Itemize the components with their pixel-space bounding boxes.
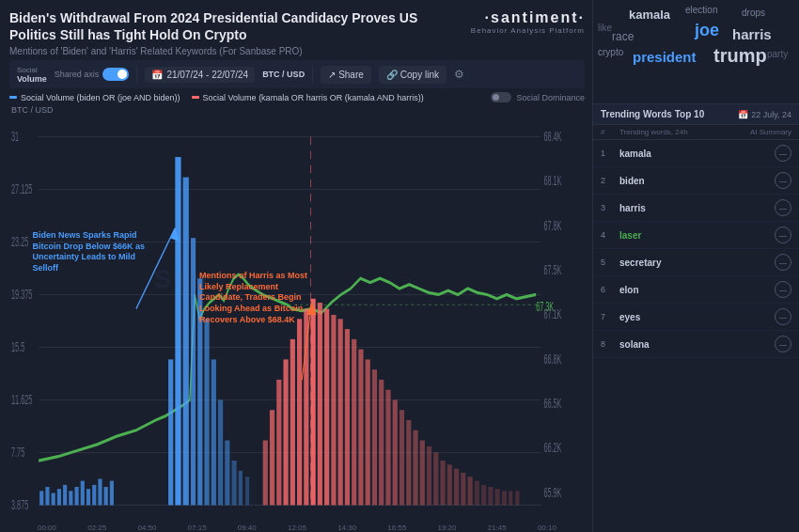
svg-text:66.8K: 66.8K: [543, 351, 561, 368]
trending-date: 📅 22 July, 24: [738, 110, 791, 119]
ai-icon-6[interactable]: —: [735, 281, 791, 298]
shared-axis-toggle[interactable]: Shared axis: [55, 68, 130, 81]
rank-6: 6: [601, 285, 619, 294]
x-label-4: 09:40: [238, 524, 257, 532]
social-dominance-label: Social Dominance: [516, 93, 585, 102]
ai-circle-8[interactable]: —: [775, 336, 791, 352]
svg-rect-54: [283, 360, 288, 506]
wc-race: race: [612, 30, 634, 43]
svg-rect-82: [475, 481, 479, 506]
ai-circle-2[interactable]: —: [775, 172, 791, 189]
x-label-5: 12:05: [288, 524, 306, 532]
calendar-icon: 📅: [151, 70, 163, 80]
list-item[interactable]: 8 solana —: [593, 331, 799, 358]
ai-circle-6[interactable]: —: [775, 281, 791, 298]
social-dominance-switch[interactable]: [491, 92, 511, 102]
svg-rect-47: [225, 441, 229, 506]
ai-icon-3[interactable]: —: [735, 199, 791, 216]
list-item[interactable]: 7 eyes —: [593, 304, 799, 331]
svg-rect-48: [232, 461, 237, 505]
legend-bar: Social Volume (biden OR (joe AND biden))…: [9, 92, 585, 102]
svg-rect-30: [63, 485, 67, 506]
ai-icon-8[interactable]: —: [735, 336, 791, 352]
ai-icon-1[interactable]: —: [735, 145, 791, 162]
chart-container: San 31 27.125 23.25 19.375 15.5 11.625 7…: [9, 117, 585, 522]
trending-title: Trending Words Top 10: [601, 109, 704, 119]
svg-rect-68: [379, 380, 384, 505]
ai-icon-5[interactable]: —: [735, 254, 791, 271]
svg-rect-46: [218, 400, 223, 506]
list-item[interactable]: 1 kamala —: [593, 140, 799, 167]
header-section: Biden's Withdrawal From 2024 Presidentia…: [9, 9, 585, 56]
share-button[interactable]: ↗ Share: [321, 66, 371, 84]
ai-circle-5[interactable]: —: [775, 254, 791, 271]
settings-icon[interactable]: ⚙: [454, 68, 464, 81]
list-item[interactable]: 3 harris —: [593, 195, 799, 222]
copy-link-button[interactable]: 🔗 Copy link: [379, 66, 446, 84]
main-title: Biden's Withdrawal From 2024 Presidentia…: [9, 9, 462, 43]
ai-circle-7[interactable]: —: [775, 308, 791, 325]
legend-dot-biden: [9, 96, 17, 99]
word-biden: biden: [619, 176, 735, 186]
list-item[interactable]: 6 elon —: [593, 276, 799, 304]
svg-rect-35: [92, 485, 96, 506]
svg-rect-29: [57, 490, 61, 506]
ai-circle-3[interactable]: —: [775, 199, 791, 216]
svg-rect-38: [110, 481, 114, 506]
svg-rect-76: [433, 453, 438, 506]
share-icon: ↗: [328, 70, 336, 80]
svg-rect-62: [338, 320, 343, 506]
svg-rect-39: [168, 360, 173, 506]
svg-rect-31: [69, 492, 72, 506]
svg-rect-57: [304, 309, 308, 506]
svg-rect-61: [331, 315, 336, 505]
svg-rect-87: [509, 492, 512, 506]
svg-rect-83: [481, 485, 486, 506]
svg-text:23.25: 23.25: [11, 233, 28, 250]
svg-text:65.9K: 65.9K: [543, 484, 561, 501]
wc-president: president: [633, 49, 697, 65]
ai-circle-1[interactable]: —: [775, 145, 791, 162]
trending-header: Trending Words Top 10 📅 22 July, 24: [593, 103, 799, 125]
svg-rect-69: [385, 390, 390, 506]
trending-list: 1 kamala — 2 biden — 3 harris — 4 laser …: [593, 140, 799, 532]
word-kamala: kamala: [619, 149, 735, 159]
x-label-9: 21:45: [488, 524, 507, 532]
svg-rect-80: [461, 473, 465, 505]
svg-rect-52: [270, 411, 274, 506]
svg-rect-71: [400, 411, 404, 506]
word-harris: harris: [619, 203, 735, 213]
social-dominance-toggle[interactable]: Social Dominance: [491, 92, 585, 102]
svg-rect-34: [86, 490, 90, 506]
separator-2: [312, 65, 313, 84]
ai-icon-4[interactable]: —: [735, 227, 791, 243]
annotation-harris: Mentions of Harris as Most Likely Replac…: [199, 271, 321, 325]
ai-icon-2[interactable]: —: [735, 172, 791, 189]
svg-text:66.2K: 66.2K: [543, 440, 561, 457]
ai-circle-4[interactable]: —: [775, 227, 791, 243]
svg-rect-50: [245, 477, 249, 506]
svg-rect-81: [468, 477, 473, 506]
svg-text:3.875: 3.875: [11, 496, 28, 513]
svg-text:67.8K: 67.8K: [543, 217, 561, 234]
ai-icon-7[interactable]: —: [735, 308, 791, 325]
svg-rect-56: [297, 320, 302, 506]
list-item[interactable]: 4 laser —: [593, 222, 799, 249]
date-range-badge[interactable]: 📅 21/07/24 - 22/07/24: [145, 67, 255, 83]
x-label-1: 02:25: [87, 524, 106, 532]
list-item[interactable]: 5 secretary —: [593, 249, 799, 276]
svg-text:15.5: 15.5: [11, 338, 24, 355]
svg-rect-51: [263, 441, 268, 506]
svg-rect-41: [183, 178, 189, 506]
shared-axis-toggle-switch[interactable]: [102, 68, 129, 81]
svg-rect-79: [454, 469, 459, 506]
left-panel: Biden's Withdrawal From 2024 Presidentia…: [0, 0, 592, 532]
x-label-3: 07:15: [188, 524, 207, 532]
list-item[interactable]: 2 biden —: [593, 167, 799, 195]
svg-rect-77: [440, 461, 445, 505]
svg-rect-58: [311, 299, 316, 506]
currency-badge[interactable]: BTC / USD: [262, 70, 305, 79]
svg-text:7.75: 7.75: [11, 444, 24, 461]
rank-2: 2: [601, 176, 619, 185]
x-label-0: 00:00: [38, 524, 56, 532]
